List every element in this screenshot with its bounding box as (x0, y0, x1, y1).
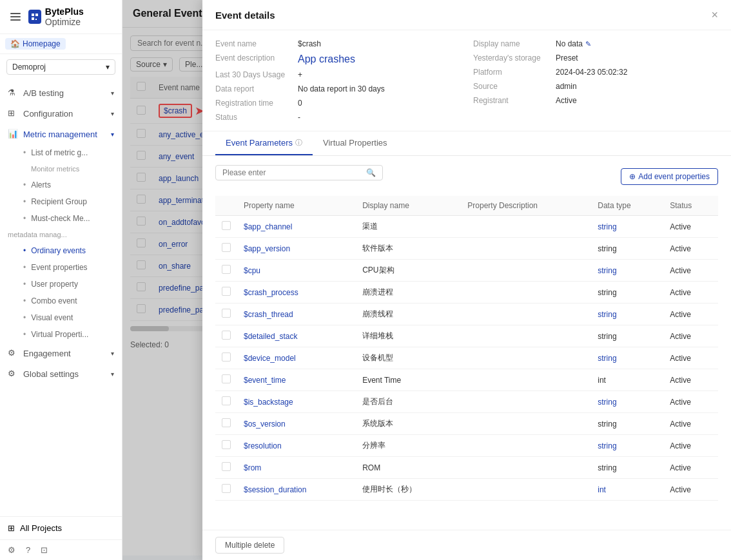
sidebar-item-alerts[interactable]: Alerts (23, 177, 122, 193)
property-search-input[interactable] (222, 168, 366, 177)
dialog-close-button[interactable]: × (711, 9, 718, 21)
col-description: Property Description (461, 196, 591, 216)
display-name-cell: 崩溃进程 (356, 282, 461, 304)
sidebar-item-engagement[interactable]: ⚙ Engagement ▾ (0, 343, 122, 363)
property-name[interactable]: $device_model (244, 354, 296, 363)
prop-row-checkbox[interactable] (222, 374, 231, 383)
sidebar-item-ab-testing[interactable]: ⚗ A/B testing ▾ (0, 82, 122, 103)
sidebar-item-configuration[interactable]: ⊞ Configuration ▾ (0, 103, 122, 124)
homepage-link[interactable]: 🏠 Homepage (5, 38, 66, 50)
prop-row-checkbox[interactable] (222, 396, 231, 405)
data-type-cell: string (591, 347, 663, 369)
sidebar-header: BytePlus Optimize (0, 0, 122, 34)
brand-name: BytePlus Optimize (45, 6, 114, 27)
description-cell (461, 304, 591, 325)
property-name[interactable]: $crash_process (244, 288, 298, 297)
info-display-name: Display name No data ✎ (473, 39, 718, 48)
sidebar-item-ab-testing-label: A/B testing (23, 88, 64, 98)
property-name[interactable]: $rom (244, 463, 261, 472)
sidebar-item-metric-management[interactable]: 📊 Metric management ▾ (0, 124, 122, 144)
property-row: $is_backstage是否后台stringActive (215, 391, 718, 413)
info-status: Status - (215, 113, 460, 122)
data-type-cell: string (591, 304, 663, 325)
sidebar-item-global-settings[interactable]: ⚙ Global settings ▾ (0, 363, 122, 384)
dialog-title: Event details (215, 10, 275, 21)
prop-row-checkbox[interactable] (222, 331, 231, 340)
tab-virtual-properties[interactable]: Virtual Properties (313, 131, 397, 155)
sidebar-item-virtual-properties[interactable]: Virtual Properti... (23, 326, 122, 343)
prop-row-checkbox[interactable] (222, 221, 231, 230)
display-name-cell: Event Time (356, 369, 461, 391)
property-name[interactable]: $session_duration (244, 485, 306, 494)
sidebar-item-user-property[interactable]: User property (23, 276, 122, 293)
sidebar-item-list-metric[interactable]: List of metric g... (23, 144, 122, 161)
property-row: $romROMstringActive (215, 457, 718, 479)
sidebar-item-must-check[interactable]: Must-check Me... (23, 210, 122, 227)
logo-icon (28, 10, 41, 24)
info-event-description: Event description App crashes (215, 53, 460, 65)
property-name[interactable]: $crash_thread (244, 310, 293, 319)
sidebar-bottom: ⚙ ? ⊡ (0, 539, 122, 560)
sidebar-item-recipient-group[interactable]: Recipient Group (23, 193, 122, 210)
property-name[interactable]: $event_time (244, 376, 286, 385)
dialog-header: Event details × (202, 0, 731, 30)
description-cell (461, 325, 591, 347)
help-icon[interactable]: ? (26, 545, 30, 555)
display-name-cell: 是否后台 (356, 391, 461, 413)
dialog-tabs: Event Parameters ⓘ Virtual Properties (202, 131, 731, 156)
data-type-cell: string (591, 391, 663, 413)
status-cell: Active (663, 282, 718, 304)
property-name[interactable]: $app_version (244, 244, 290, 253)
prop-row-checkbox[interactable] (222, 440, 231, 449)
property-name[interactable]: $resolution (244, 441, 282, 450)
property-search-bar: 🔍 (215, 165, 383, 180)
project-selector[interactable]: Demoproj ▾ (6, 59, 115, 75)
all-projects-link[interactable]: ⊞ All Projects (0, 516, 122, 539)
prop-row-checkbox[interactable] (222, 484, 231, 493)
display-name-cell: 渠道 (356, 216, 461, 238)
prop-row-checkbox[interactable] (222, 265, 231, 274)
sidebar-item-event-properties[interactable]: Event properties (23, 259, 122, 276)
hamburger-menu[interactable] (8, 10, 23, 23)
prop-row-checkbox[interactable] (222, 287, 231, 296)
prop-row-checkbox[interactable] (222, 309, 231, 318)
sidebar-item-global-settings-label: Global settings (23, 369, 79, 379)
add-event-properties-button[interactable]: ⊕ Add event properties (621, 168, 718, 185)
data-type-cell: int (591, 369, 663, 391)
sidebar-item-visual-event[interactable]: Visual event (23, 309, 122, 326)
add-description-icon[interactable]: App crashes (298, 53, 355, 65)
event-details-dialog: Event details × Event name $crash Event … (202, 0, 731, 560)
info-right-col: Display name No data ✎ Yesterday's stora… (473, 39, 718, 122)
sidebar-item-ordinary-events[interactable]: Ordinary events (23, 242, 122, 259)
display-name-cell: 详细堆栈 (356, 325, 461, 347)
history-icon[interactable]: ⊡ (41, 545, 48, 555)
edit-display-name-icon[interactable]: ✎ (585, 40, 591, 48)
prop-row-checkbox[interactable] (222, 418, 231, 427)
property-name[interactable]: $os_version (244, 420, 286, 429)
property-row: $os_version系统版本stringActive (215, 413, 718, 435)
status-cell: Active (663, 238, 718, 260)
property-name[interactable]: $app_channel (244, 222, 292, 231)
tab-event-parameters[interactable]: Event Parameters ⓘ (215, 131, 313, 155)
dialog-info-section: Event name $crash Event description App … (202, 30, 731, 131)
display-name-cell: 软件版本 (356, 238, 461, 260)
display-name-cell: 系统版本 (356, 413, 461, 435)
prop-row-checkbox[interactable] (222, 352, 231, 362)
description-cell (461, 413, 591, 435)
property-name[interactable]: $is_backstage (244, 398, 293, 407)
add-icon: ⊕ (629, 172, 636, 181)
col-display-name: Display name (356, 196, 461, 216)
property-name[interactable]: $cpu (244, 266, 260, 275)
settings-icon[interactable]: ⚙ (8, 545, 15, 555)
prop-row-checkbox[interactable] (222, 243, 231, 252)
property-row: $resolution分辨率stringActive (215, 435, 718, 457)
multiple-delete-button[interactable]: Multiple delete (215, 537, 284, 554)
description-cell (461, 282, 591, 304)
property-name[interactable]: $detailed_stack (244, 332, 297, 341)
sidebar-item-metric-label: Metric management (23, 130, 97, 139)
grid-icon: ⊞ (8, 108, 18, 119)
sidebar-item-combo-event[interactable]: Combo event (23, 293, 122, 309)
data-type-cell: string (591, 413, 663, 435)
info-source: Source admin (473, 82, 718, 91)
prop-row-checkbox[interactable] (222, 462, 231, 471)
